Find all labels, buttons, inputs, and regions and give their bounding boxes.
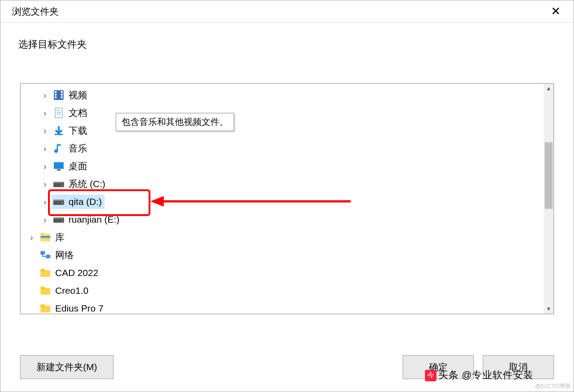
tree-item[interactable]: CAD 2022 (20, 264, 554, 282)
expander-icon[interactable] (41, 109, 49, 117)
expander-icon[interactable] (41, 162, 49, 170)
svg-rect-1 (55, 91, 57, 93)
folder-icon (39, 284, 52, 297)
download-icon (53, 124, 65, 137)
svg-rect-13 (54, 162, 64, 169)
svg-rect-22 (53, 217, 64, 219)
tree-item[interactable]: 系统 (C:) (20, 175, 554, 193)
svg-rect-26 (40, 236, 50, 238)
folder-tree: 视频文档下载音乐桌面系统 (C:)qita (D:)ruanjian (E:)库… (20, 83, 554, 314)
scroll-track[interactable] (544, 93, 554, 304)
drive-icon (53, 196, 65, 208)
network-icon (39, 249, 52, 261)
tree-item-label: 系统 (C:) (69, 178, 105, 190)
tree-item-label: ruanjian (E:) (69, 214, 119, 225)
svg-rect-4 (61, 91, 63, 93)
tree-item[interactable]: 下载 (20, 122, 554, 140)
tree-item[interactable]: Edius Pro 7 (20, 300, 554, 314)
tree-item-label: 文档 (69, 107, 87, 119)
tree-item[interactable]: 文档 (20, 104, 554, 122)
svg-rect-6 (61, 96, 63, 98)
dialog-title: 浏览文件夹 (12, 5, 59, 18)
libraries-icon (39, 231, 52, 244)
tree-item[interactable]: 库 (20, 228, 554, 246)
music-icon (53, 142, 65, 155)
svg-rect-2 (55, 94, 57, 96)
svg-rect-27 (40, 251, 45, 255)
svg-rect-28 (46, 255, 50, 258)
svg-rect-14 (57, 169, 61, 171)
tree-item-label: 视频 (69, 89, 87, 101)
tree-item[interactable]: 网络 (20, 246, 554, 264)
titlebar: 浏览文件夹 ✕ (0, 0, 574, 23)
tooltip: 包含音乐和其他视频文件。 (116, 113, 234, 131)
svg-rect-11 (55, 134, 63, 135)
new-folder-button[interactable]: 新建文件夹(M) (20, 355, 113, 379)
expander-icon[interactable] (28, 233, 36, 241)
svg-point-17 (62, 185, 63, 186)
folder-icon (39, 267, 52, 279)
expander-icon[interactable] (41, 216, 49, 224)
expander-icon[interactable] (41, 144, 49, 152)
tree-item-label: Creo1.0 (55, 285, 89, 296)
expander-icon (28, 251, 36, 259)
tree-item[interactable]: qita (D:) (20, 193, 554, 211)
toutiao-icon (425, 370, 437, 381)
expander-icon[interactable] (41, 91, 49, 99)
tree-item[interactable]: 桌面 (20, 157, 554, 175)
expander-icon (28, 287, 36, 295)
scroll-thumb[interactable] (545, 142, 553, 209)
drive-icon (53, 178, 65, 190)
desktop-icon (53, 160, 65, 172)
watermark-toutiao: 头条 @专业软件安装 (425, 368, 534, 382)
tree-item-label: Edius Pro 7 (55, 303, 104, 314)
scrollbar[interactable]: ▲ ▼ (544, 84, 554, 314)
svg-rect-19 (53, 200, 64, 201)
tree-item-label: CAD 2022 (55, 268, 98, 278)
tree-item-label: qita (D:) (69, 196, 102, 207)
scroll-up-button[interactable]: ▲ (544, 84, 554, 93)
video-icon (53, 89, 65, 101)
svg-rect-34 (40, 304, 45, 307)
svg-rect-7 (55, 108, 62, 118)
expander-icon[interactable] (41, 180, 49, 188)
expander-icon (28, 304, 36, 312)
expander-icon (28, 269, 36, 277)
close-button[interactable]: ✕ (547, 3, 565, 20)
tree-item[interactable]: ruanjian (E:) (20, 211, 554, 228)
folder-icon (39, 302, 52, 314)
expander-icon[interactable] (41, 198, 49, 206)
svg-point-12 (54, 149, 58, 153)
tree-item[interactable]: 视频 (20, 86, 554, 104)
document-icon (53, 107, 65, 119)
tree-item-label: 桌面 (69, 160, 87, 172)
drive-icon (53, 213, 65, 226)
browse-folder-dialog: 浏览文件夹 ✕ 选择目标文件夹 视频文档下载音乐桌面系统 (C:)qita (D… (0, 0, 574, 392)
svg-rect-32 (40, 287, 45, 289)
svg-rect-25 (40, 233, 45, 235)
svg-point-23 (62, 220, 63, 222)
scroll-down-button[interactable]: ▼ (544, 304, 554, 314)
instruction-label: 选择目标文件夹 (0, 23, 574, 51)
tree-item[interactable]: Creo1.0 (20, 282, 554, 300)
svg-rect-3 (55, 96, 57, 98)
tree-item[interactable]: 音乐 (20, 140, 554, 157)
tree-item-label: 网络 (55, 249, 74, 261)
svg-rect-5 (61, 94, 63, 96)
tree-item-label: 库 (55, 231, 65, 244)
tree-item-label: 音乐 (69, 142, 87, 155)
svg-rect-16 (53, 182, 64, 183)
expander-icon[interactable] (41, 127, 49, 135)
tree-item-label: 下载 (69, 124, 87, 137)
tree-list[interactable]: 视频文档下载音乐桌面系统 (C:)qita (D:)ruanjian (E:)库… (20, 84, 554, 314)
svg-point-20 (62, 203, 63, 204)
watermark-51cto: @51CTO博客 (535, 382, 571, 390)
svg-rect-30 (40, 269, 45, 272)
